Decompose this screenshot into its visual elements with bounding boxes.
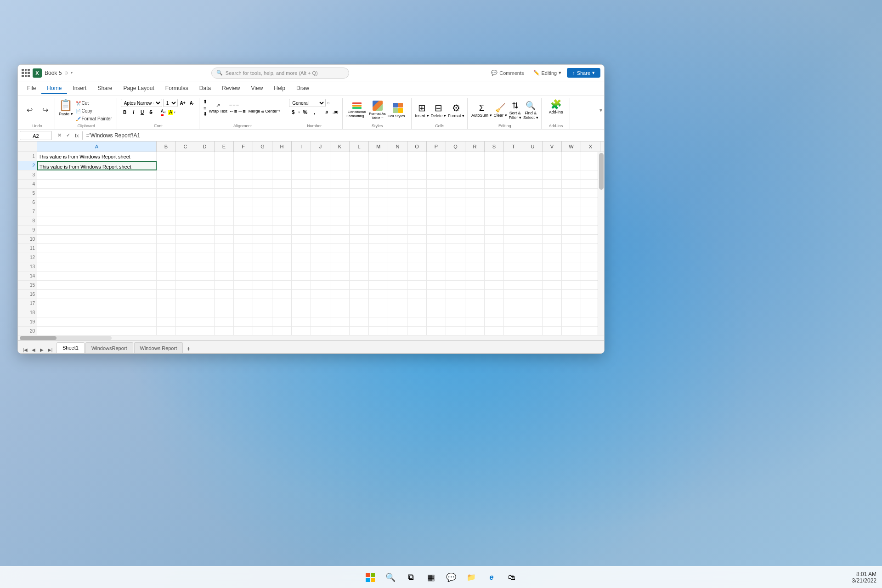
cell-h2[interactable] (272, 161, 292, 170)
cell-h3[interactable] (272, 170, 292, 180)
cell-j10[interactable] (311, 235, 330, 244)
cell-s1[interactable] (485, 152, 504, 161)
orientation-button[interactable]: ↗ (208, 102, 228, 108)
cell-d10[interactable] (195, 235, 215, 244)
cell-i5[interactable] (292, 189, 311, 198)
cell-t17[interactable] (504, 299, 523, 308)
cell-e14[interactable] (215, 271, 234, 281)
font-name-select[interactable]: Aptos Narrow (Bo ... (121, 99, 162, 107)
cell-q3[interactable] (446, 170, 465, 180)
cell-n2[interactable] (388, 161, 407, 170)
cell-k4[interactable] (330, 180, 350, 189)
cell-q19[interactable] (446, 317, 465, 327)
cell-c4[interactable] (176, 180, 195, 189)
cell-t18[interactable] (504, 308, 523, 317)
cell-k1[interactable] (330, 152, 350, 161)
cell-v1[interactable] (543, 152, 562, 161)
cell-c13[interactable] (176, 262, 195, 271)
cell-p20[interactable] (427, 327, 446, 335)
cell-t11[interactable] (504, 244, 523, 253)
cell-h9[interactable] (272, 226, 292, 235)
col-header-p[interactable]: P (427, 141, 446, 152)
cell-b1[interactable] (157, 152, 176, 161)
cell-x9[interactable] (581, 226, 598, 235)
cell-l18[interactable] (350, 308, 369, 317)
cell-u9[interactable] (523, 226, 543, 235)
cell-n16[interactable] (388, 290, 407, 299)
cell-a20[interactable] (37, 327, 157, 335)
vertical-scrollbar[interactable] (598, 152, 604, 335)
cell-k11[interactable] (330, 244, 350, 253)
cell-q7[interactable] (446, 207, 465, 216)
highlight-color-button[interactable]: A ▾ (167, 108, 176, 116)
tab-view[interactable]: View (246, 83, 269, 94)
cell-o15[interactable] (407, 281, 427, 290)
taskbar-start-button[interactable] (362, 569, 379, 586)
row-num-20[interactable]: 20 (18, 327, 37, 335)
cell-c3[interactable] (176, 170, 195, 180)
cell-s9[interactable] (485, 226, 504, 235)
cell-p10[interactable] (427, 235, 446, 244)
cell-s6[interactable] (485, 198, 504, 207)
cell-h15[interactable] (272, 281, 292, 290)
cell-b15[interactable] (157, 281, 176, 290)
cell-s15[interactable] (485, 281, 504, 290)
cell-l8[interactable] (350, 216, 369, 226)
cell-m4[interactable] (369, 180, 388, 189)
cell-g5[interactable] (253, 189, 272, 198)
cell-w13[interactable] (562, 262, 581, 271)
cell-i9[interactable] (292, 226, 311, 235)
tab-data[interactable]: Data (194, 83, 216, 94)
cell-o6[interactable] (407, 198, 427, 207)
cell-h10[interactable] (272, 235, 292, 244)
cell-x17[interactable] (581, 299, 598, 308)
col-header-h[interactable]: H (272, 141, 292, 152)
cell-o17[interactable] (407, 299, 427, 308)
cell-r20[interactable] (465, 327, 485, 335)
cell-n11[interactable] (388, 244, 407, 253)
cell-l14[interactable] (350, 271, 369, 281)
cell-s8[interactable] (485, 216, 504, 226)
cell-a1[interactable]: This value is from Windows Report sheet (37, 152, 157, 161)
cell-c17[interactable] (176, 299, 195, 308)
sheet-nav-prev[interactable]: ◀ (30, 346, 37, 353)
align-top-button[interactable]: ⬆ (203, 99, 207, 105)
cell-f14[interactable] (234, 271, 253, 281)
cell-t20[interactable] (504, 327, 523, 335)
cell-d3[interactable] (195, 170, 215, 180)
cell-p16[interactable] (427, 290, 446, 299)
row-num-3[interactable]: 3 (18, 170, 37, 180)
cell-h13[interactable] (272, 262, 292, 271)
cell-p1[interactable] (427, 152, 446, 161)
cell-a15[interactable] (37, 281, 157, 290)
cell-j9[interactable] (311, 226, 330, 235)
cell-l17[interactable] (350, 299, 369, 308)
cell-i4[interactable] (292, 180, 311, 189)
cell-e6[interactable] (215, 198, 234, 207)
cell-p7[interactable] (427, 207, 446, 216)
cell-s20[interactable] (485, 327, 504, 335)
cell-i11[interactable] (292, 244, 311, 253)
cell-q15[interactable] (446, 281, 465, 290)
cell-w7[interactable] (562, 207, 581, 216)
addins-button[interactable]: 🧩 Add-ins (549, 99, 563, 114)
cell-s12[interactable] (485, 253, 504, 262)
cell-k19[interactable] (330, 317, 350, 327)
col-header-i[interactable]: I (292, 141, 311, 152)
cell-r13[interactable] (465, 262, 485, 271)
cell-l13[interactable] (350, 262, 369, 271)
cell-e11[interactable] (215, 244, 234, 253)
cell-w15[interactable] (562, 281, 581, 290)
cell-i20[interactable] (292, 327, 311, 335)
cell-f6[interactable] (234, 198, 253, 207)
cancel-formula-icon[interactable]: ✕ (56, 132, 63, 139)
cell-i16[interactable] (292, 290, 311, 299)
cell-f17[interactable] (234, 299, 253, 308)
cell-e20[interactable] (215, 327, 234, 335)
cell-u10[interactable] (523, 235, 543, 244)
cell-g10[interactable] (253, 235, 272, 244)
row-num-12[interactable]: 12 (18, 253, 37, 262)
cell-f1[interactable] (234, 152, 253, 161)
tab-page-layout[interactable]: Page Layout (118, 83, 159, 94)
cell-l9[interactable] (350, 226, 369, 235)
